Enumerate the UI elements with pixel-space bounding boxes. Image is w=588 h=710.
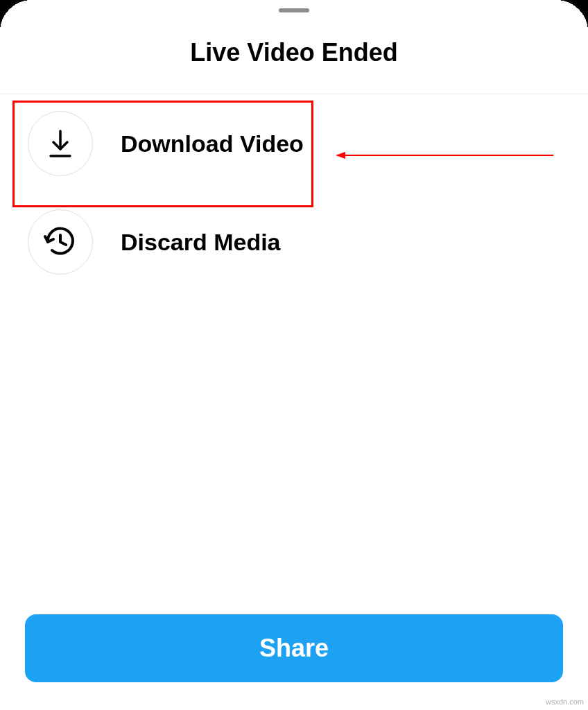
options-list: Download Video Discard Media: [0, 94, 588, 291]
discard-media-option[interactable]: Discard Media: [0, 193, 588, 291]
drag-handle[interactable]: [279, 8, 309, 12]
share-button[interactable]: Share: [25, 614, 563, 682]
modal-sheet: Live Video Ended Download Video Di: [0, 0, 588, 710]
watermark: wsxdn.com: [546, 698, 584, 706]
download-video-label: Download Video: [121, 130, 304, 157]
download-video-option[interactable]: Download Video: [0, 94, 588, 193]
discard-media-label: Discard Media: [121, 229, 281, 256]
frame-corner: [556, 0, 588, 32]
sheet-header: Live Video Ended: [0, 0, 588, 94]
share-button-label: Share: [259, 634, 329, 663]
sheet-title: Live Video Ended: [0, 38, 588, 67]
history-icon: [28, 209, 93, 275]
download-icon: [28, 111, 93, 176]
frame-corner: [0, 0, 32, 32]
